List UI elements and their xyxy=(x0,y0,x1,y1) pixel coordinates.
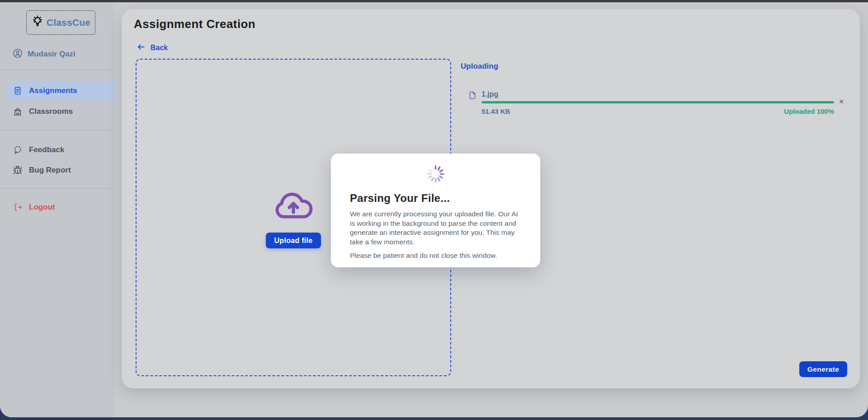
file-name: 1.jpg xyxy=(481,90,498,98)
user-icon xyxy=(12,48,23,61)
upload-status-text: Uploaded 100% xyxy=(481,107,834,115)
sidebar-item-label: Logout xyxy=(29,203,55,212)
page-title: Assignment Creation xyxy=(134,17,255,31)
app-window: ClassCue Mudasir Qazi Assignments xyxy=(0,2,868,417)
upload-progress-bar xyxy=(481,101,834,103)
generate-button[interactable]: Generate xyxy=(799,361,847,377)
upload-status-panel: Uploading 1.jpg ✕ 51.43 KB Uploaded 100% xyxy=(461,62,850,121)
logout-button[interactable]: Logout xyxy=(7,198,115,216)
remove-file-button[interactable]: ✕ xyxy=(837,97,846,106)
sidebar-item-label: Feedback xyxy=(29,145,64,154)
back-label: Back xyxy=(151,44,168,52)
sidebar-item-assignments[interactable]: Assignments xyxy=(7,82,115,100)
lightbulb-icon xyxy=(31,15,44,30)
window-top-strip xyxy=(0,0,868,2)
modal-note-text: Please be patient and do not close this … xyxy=(350,252,519,260)
brand-logo[interactable]: ClassCue xyxy=(26,10,95,35)
feedback-chat-icon xyxy=(13,145,23,155)
bug-icon xyxy=(13,165,23,175)
loading-spinner-icon xyxy=(427,165,444,182)
cloud-upload-icon xyxy=(272,191,315,223)
modal-body-text: We are currently processing your uploade… xyxy=(350,210,519,247)
sidebar-divider xyxy=(0,130,115,130)
school-icon xyxy=(13,107,23,117)
upload-file-button[interactable]: Upload file xyxy=(266,233,321,248)
back-arrow-icon xyxy=(137,42,146,53)
sidebar-divider xyxy=(0,70,115,70)
sidebar-divider xyxy=(0,188,115,189)
document-icon xyxy=(13,86,23,96)
sidebar-item-bug-report[interactable]: Bug Report xyxy=(7,161,115,179)
modal-title: Parsing Your File... xyxy=(350,192,450,205)
sidebar-item-label: Assignments xyxy=(29,86,77,95)
user-name: Mudasir Qazi xyxy=(28,50,75,59)
upload-progress-fill xyxy=(481,101,834,103)
parsing-modal: Parsing Your File... We are currently pr… xyxy=(331,154,540,267)
sidebar-item-classrooms[interactable]: Classrooms xyxy=(7,103,115,121)
uploading-section-title: Uploading xyxy=(461,62,498,71)
logout-icon xyxy=(13,202,23,212)
back-button[interactable]: Back xyxy=(137,42,168,53)
sidebar-item-feedback[interactable]: Feedback xyxy=(7,141,115,159)
sidebar: ClassCue Mudasir Qazi Assignments xyxy=(0,2,115,417)
sidebar-item-label: Classrooms xyxy=(29,107,73,116)
sidebar-item-label: Bug Report xyxy=(29,166,71,175)
user-profile[interactable]: Mudasir Qazi xyxy=(12,48,75,60)
file-icon xyxy=(468,90,477,103)
brand-name: ClassCue xyxy=(47,17,90,28)
